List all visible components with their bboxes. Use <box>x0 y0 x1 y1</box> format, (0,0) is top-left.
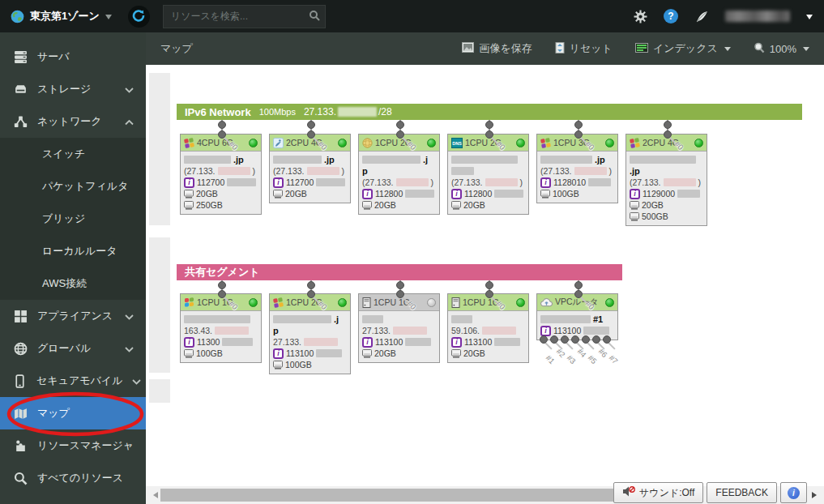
node-ip: 59.106. <box>451 325 526 336</box>
connector-pin[interactable] <box>603 335 611 344</box>
connector-pin[interactable] <box>592 335 600 344</box>
connector-pin[interactable] <box>485 290 493 298</box>
sidebar-item-global[interactable]: グローバル <box>0 332 146 365</box>
disk-icon <box>273 190 283 199</box>
map-node-server[interactable]: 1CPU 1G163.43.i11300100GB <box>180 293 262 363</box>
info-button[interactable]: i <box>780 482 807 503</box>
connector-pin[interactable] <box>307 290 315 298</box>
map-node-server[interactable]: 1CPU 2G.jp27.133.i113100100GB <box>269 293 351 374</box>
port-label: #4 <box>576 347 588 359</box>
connector-pin[interactable] <box>574 130 583 139</box>
connector-pin[interactable] <box>571 335 579 344</box>
connector-pin[interactable] <box>218 121 226 129</box>
zone-selector[interactable]: 東京第1ゾーン <box>0 9 122 23</box>
node-ip: (27.133.) <box>630 177 704 188</box>
connector-pin[interactable] <box>664 130 672 139</box>
connector-pin[interactable] <box>540 335 548 344</box>
node-ip: 27.133. <box>362 325 437 336</box>
segment-bar-ipv6-network[interactable]: IPv6 Network100Mbps27.133./28 <box>177 104 802 120</box>
sidebar-item-storage[interactable]: ストレージ <box>0 73 146 105</box>
map-node-server[interactable]: 1CPU 1G59.106.i11310020GB <box>447 293 529 363</box>
connector-pin[interactable] <box>574 281 583 289</box>
map-node-vpc-router[interactable]: VPCルータ#1i113100 <box>536 293 618 340</box>
sidebar-item-aws[interactable]: AWS接続 <box>0 267 146 300</box>
redacted-text <box>583 327 609 335</box>
port-label: #5 <box>587 353 599 365</box>
map-node-server[interactable]: 4CPU 6G.jp(27.133.)i11270020GB250GB <box>180 134 262 215</box>
appliance-icon <box>13 309 28 323</box>
sidebar-item-map[interactable]: マップ <box>0 397 146 429</box>
redacted-text <box>362 156 421 164</box>
connector-pin[interactable] <box>485 130 493 139</box>
node-body: (27.133.)i11280020GB <box>448 152 528 214</box>
connector-pin[interactable] <box>218 290 226 298</box>
connector-pin[interactable] <box>307 130 315 139</box>
map-node-server[interactable]: 2CPU 4G.jp(27.133.)i11270020GB <box>269 134 351 203</box>
redacted-text <box>664 178 696 186</box>
scroll-left-arrow-icon[interactable] <box>150 492 158 498</box>
connector-pin[interactable] <box>550 335 558 344</box>
sidebar-item-switch[interactable]: スイッチ <box>0 138 146 170</box>
node-ip: (27.133.) <box>273 165 348 177</box>
node-body: .jp(27.133.)i11270020GB <box>270 152 350 203</box>
redacted-text <box>540 156 592 164</box>
redacted-text <box>362 315 383 323</box>
connector-pin[interactable] <box>574 290 583 298</box>
redacted-text <box>396 178 429 186</box>
connector-pin[interactable] <box>396 121 404 129</box>
segment-bar-shared-segment[interactable]: 共有セグメント <box>177 264 622 280</box>
map-node-server[interactable]: 1CPU 1G27.133.i11310020GB <box>358 293 440 363</box>
map-node-server[interactable]: 2CPU 4G.jp(27.133.)i112900020GB500GB <box>625 134 707 226</box>
sidebar-item-bridge[interactable]: ブリッジ <box>0 203 146 235</box>
node-disk: 20GB <box>451 199 526 211</box>
chevron-down-icon[interactable] <box>806 15 813 23</box>
connector-pin[interactable] <box>307 121 315 129</box>
scroll-right-arrow-icon[interactable] <box>812 492 820 498</box>
sidebar-item-secure-mobile[interactable]: セキュアモバイル <box>0 365 146 397</box>
sidebar-item-packet-filter[interactable]: パケットフィルタ <box>0 170 146 203</box>
account-name-redacted[interactable] <box>725 11 790 22</box>
search-input[interactable] <box>163 5 326 28</box>
map-node-server[interactable]: 1CPU 3G.jp(27.133.)i1128010100GB <box>536 134 618 203</box>
connector-pin[interactable] <box>396 281 404 289</box>
feedback-button[interactable]: FEEDBACK <box>707 482 777 503</box>
pen-icon[interactable] <box>694 9 709 23</box>
interface-icon: i <box>184 337 194 348</box>
save-image-button[interactable]: 画像を保存 <box>462 41 532 56</box>
scrollbar-thumb[interactable] <box>160 489 620 502</box>
gear-icon[interactable] <box>633 9 647 23</box>
sidebar-item-appliance[interactable]: アプライアンス <box>0 300 146 332</box>
status-dot <box>605 139 614 147</box>
reset-button[interactable]: リセット <box>555 41 613 56</box>
sidebar-item-label: リソースマネージャ <box>37 438 134 453</box>
sidebar-item-network[interactable]: ネットワーク <box>0 105 146 138</box>
node-id: i112700 <box>184 177 258 188</box>
sidebar-item-resource-manager[interactable]: リソースマネージャ <box>0 429 146 462</box>
map-node-server[interactable]: DNS1CPU 2G(27.133.)i11280020GB <box>447 134 529 215</box>
refresh-button[interactable] <box>128 6 150 28</box>
connector-pin[interactable] <box>396 290 404 298</box>
map-node-server[interactable]: 1CPU 2G.jp(27.133.)i11280020GB <box>358 134 440 215</box>
connector-pin[interactable] <box>561 335 569 344</box>
sidebar-item-all-resources[interactable]: すべてのリソース <box>0 462 146 494</box>
connector-pin[interactable] <box>664 121 672 129</box>
map-canvas[interactable]: サウンド:Off FEEDBACK i IPv6 Network100Mbps2… <box>146 65 824 504</box>
index-button[interactable]: インデックス <box>635 41 731 56</box>
redacted-text <box>451 315 472 323</box>
connector-pin[interactable] <box>485 281 493 289</box>
connector-pin[interactable] <box>218 281 226 289</box>
topbar-right: ? <box>633 9 824 23</box>
connector-pin[interactable] <box>582 335 590 344</box>
interface-icon: i <box>273 177 284 188</box>
sound-toggle-button[interactable]: サウンド:Off <box>613 482 703 503</box>
sidebar-item-label: スイッチ <box>42 147 85 161</box>
sidebar-item-local-router[interactable]: ローカルルータ <box>0 235 146 267</box>
help-icon[interactable]: ? <box>664 9 678 23</box>
zoom-level-button[interactable]: 100% <box>754 42 809 56</box>
connector-pin[interactable] <box>485 121 493 129</box>
connector-pin[interactable] <box>574 121 583 129</box>
connector-pin[interactable] <box>396 130 404 139</box>
connector-pin[interactable] <box>218 130 226 139</box>
sidebar-item-server[interactable]: サーバ <box>0 41 146 73</box>
connector-pin[interactable] <box>307 281 315 289</box>
